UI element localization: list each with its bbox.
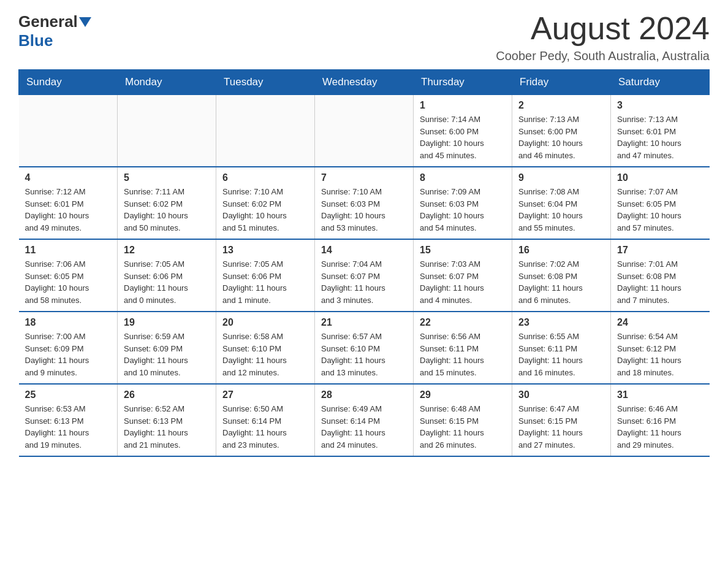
logo-blue-text: Blue	[18, 31, 53, 50]
calendar-cell: 11Sunrise: 7:06 AMSunset: 6:05 PMDayligh…	[19, 239, 118, 312]
week-row-5: 25Sunrise: 6:53 AMSunset: 6:13 PMDayligh…	[19, 384, 710, 456]
calendar-cell: 20Sunrise: 6:58 AMSunset: 6:10 PMDayligh…	[216, 312, 315, 384]
calendar-cell: 13Sunrise: 7:05 AMSunset: 6:06 PMDayligh…	[216, 239, 315, 312]
day-info: Sunrise: 6:57 AMSunset: 6:10 PMDaylight:…	[321, 331, 407, 378]
day-number: 17	[617, 245, 703, 256]
calendar-cell: 25Sunrise: 6:53 AMSunset: 6:13 PMDayligh…	[19, 384, 118, 456]
logo: General Blue	[18, 12, 93, 50]
day-info: Sunrise: 7:01 AMSunset: 6:08 PMDaylight:…	[617, 258, 703, 306]
day-info: Sunrise: 6:59 AMSunset: 6:09 PMDaylight:…	[124, 331, 210, 378]
calendar-table: SundayMondayTuesdayWednesdayThursdayFrid…	[18, 69, 710, 457]
location-subtitle: Coober Pedy, South Australia, Australia	[496, 49, 710, 63]
day-info: Sunrise: 6:46 AMSunset: 6:16 PMDaylight:…	[617, 403, 703, 451]
day-number: 27	[222, 389, 308, 400]
calendar-cell: 19Sunrise: 6:59 AMSunset: 6:09 PMDayligh…	[118, 312, 216, 384]
day-number: 14	[321, 245, 407, 256]
day-header-saturday: Saturday	[611, 70, 710, 95]
day-number: 11	[25, 245, 112, 256]
day-info: Sunrise: 7:13 AMSunset: 6:00 PMDaylight:…	[518, 113, 604, 161]
calendar-cell: 15Sunrise: 7:03 AMSunset: 6:07 PMDayligh…	[414, 239, 512, 312]
days-of-week-row: SundayMondayTuesdayWednesdayThursdayFrid…	[19, 70, 710, 95]
day-info: Sunrise: 6:55 AMSunset: 6:11 PMDaylight:…	[518, 331, 604, 378]
day-number: 29	[420, 389, 506, 400]
calendar-cell: 6Sunrise: 7:10 AMSunset: 6:02 PMDaylight…	[216, 167, 315, 239]
day-number: 23	[518, 317, 604, 328]
week-row-4: 18Sunrise: 7:00 AMSunset: 6:09 PMDayligh…	[19, 312, 710, 384]
day-number: 25	[25, 389, 112, 400]
week-row-2: 4Sunrise: 7:12 AMSunset: 6:01 PMDaylight…	[19, 167, 710, 239]
day-info: Sunrise: 7:03 AMSunset: 6:07 PMDaylight:…	[420, 258, 506, 306]
day-info: Sunrise: 6:48 AMSunset: 6:15 PMDaylight:…	[420, 403, 506, 451]
day-info: Sunrise: 7:05 AMSunset: 6:06 PMDaylight:…	[222, 258, 308, 306]
calendar-cell	[19, 95, 118, 167]
day-number: 20	[222, 317, 308, 328]
day-info: Sunrise: 6:56 AMSunset: 6:11 PMDaylight:…	[420, 331, 506, 378]
day-number: 28	[321, 389, 407, 400]
calendar-cell: 24Sunrise: 6:54 AMSunset: 6:12 PMDayligh…	[611, 312, 710, 384]
day-header-wednesday: Wednesday	[315, 70, 414, 95]
week-row-3: 11Sunrise: 7:06 AMSunset: 6:05 PMDayligh…	[19, 239, 710, 312]
day-number: 5	[124, 172, 210, 183]
day-header-monday: Monday	[118, 70, 216, 95]
day-info: Sunrise: 7:10 AMSunset: 6:02 PMDaylight:…	[222, 186, 308, 234]
calendar-cell: 27Sunrise: 6:50 AMSunset: 6:14 PMDayligh…	[216, 384, 315, 456]
day-info: Sunrise: 7:05 AMSunset: 6:06 PMDaylight:…	[124, 258, 210, 306]
calendar-cell: 23Sunrise: 6:55 AMSunset: 6:11 PMDayligh…	[512, 312, 611, 384]
title-area: August 2024 Coober Pedy, South Australia…	[496, 12, 710, 63]
day-number: 26	[124, 389, 210, 400]
day-header-thursday: Thursday	[414, 70, 512, 95]
month-title: August 2024	[496, 12, 710, 44]
day-number: 21	[321, 317, 407, 328]
calendar-cell: 2Sunrise: 7:13 AMSunset: 6:00 PMDaylight…	[512, 95, 611, 167]
logo-general-text: General	[18, 12, 78, 31]
calendar-cell: 21Sunrise: 6:57 AMSunset: 6:10 PMDayligh…	[315, 312, 414, 384]
day-number: 18	[25, 317, 112, 328]
day-info: Sunrise: 6:53 AMSunset: 6:13 PMDaylight:…	[25, 403, 112, 451]
day-info: Sunrise: 7:13 AMSunset: 6:01 PMDaylight:…	[617, 113, 703, 161]
calendar-cell: 26Sunrise: 6:52 AMSunset: 6:13 PMDayligh…	[118, 384, 216, 456]
day-info: Sunrise: 6:54 AMSunset: 6:12 PMDaylight:…	[617, 331, 703, 378]
calendar-cell: 5Sunrise: 7:11 AMSunset: 6:02 PMDaylight…	[118, 167, 216, 239]
calendar-cell: 28Sunrise: 6:49 AMSunset: 6:14 PMDayligh…	[315, 384, 414, 456]
day-number: 10	[617, 172, 703, 183]
logo-triangle-icon	[79, 17, 91, 27]
day-info: Sunrise: 6:50 AMSunset: 6:14 PMDaylight:…	[222, 403, 308, 451]
day-number: 1	[420, 100, 506, 111]
day-number: 13	[222, 245, 308, 256]
calendar-cell: 1Sunrise: 7:14 AMSunset: 6:00 PMDaylight…	[414, 95, 512, 167]
calendar-cell: 10Sunrise: 7:07 AMSunset: 6:05 PMDayligh…	[611, 167, 710, 239]
calendar-cell: 29Sunrise: 6:48 AMSunset: 6:15 PMDayligh…	[414, 384, 512, 456]
calendar-cell: 30Sunrise: 6:47 AMSunset: 6:15 PMDayligh…	[512, 384, 611, 456]
day-number: 19	[124, 317, 210, 328]
day-number: 12	[124, 245, 210, 256]
day-info: Sunrise: 7:12 AMSunset: 6:01 PMDaylight:…	[25, 186, 112, 234]
day-info: Sunrise: 7:14 AMSunset: 6:00 PMDaylight:…	[420, 113, 506, 161]
calendar-cell	[118, 95, 216, 167]
day-info: Sunrise: 7:11 AMSunset: 6:02 PMDaylight:…	[124, 186, 210, 234]
calendar-cell: 3Sunrise: 7:13 AMSunset: 6:01 PMDaylight…	[611, 95, 710, 167]
day-number: 9	[518, 172, 604, 183]
day-info: Sunrise: 7:06 AMSunset: 6:05 PMDaylight:…	[25, 258, 112, 306]
day-number: 30	[518, 389, 604, 400]
day-info: Sunrise: 7:09 AMSunset: 6:03 PMDaylight:…	[420, 186, 506, 234]
day-number: 2	[518, 100, 604, 111]
calendar-cell: 4Sunrise: 7:12 AMSunset: 6:01 PMDaylight…	[19, 167, 118, 239]
day-number: 3	[617, 100, 703, 111]
calendar-cell: 22Sunrise: 6:56 AMSunset: 6:11 PMDayligh…	[414, 312, 512, 384]
day-number: 4	[25, 172, 112, 183]
calendar-cell: 31Sunrise: 6:46 AMSunset: 6:16 PMDayligh…	[611, 384, 710, 456]
week-row-1: 1Sunrise: 7:14 AMSunset: 6:00 PMDaylight…	[19, 95, 710, 167]
calendar-cell: 7Sunrise: 7:10 AMSunset: 6:03 PMDaylight…	[315, 167, 414, 239]
day-number: 6	[222, 172, 308, 183]
day-info: Sunrise: 7:04 AMSunset: 6:07 PMDaylight:…	[321, 258, 407, 306]
day-info: Sunrise: 7:08 AMSunset: 6:04 PMDaylight:…	[518, 186, 604, 234]
calendar-cell: 12Sunrise: 7:05 AMSunset: 6:06 PMDayligh…	[118, 239, 216, 312]
calendar-body: 1Sunrise: 7:14 AMSunset: 6:00 PMDaylight…	[19, 95, 710, 457]
day-number: 31	[617, 389, 703, 400]
day-info: Sunrise: 7:00 AMSunset: 6:09 PMDaylight:…	[25, 331, 112, 378]
day-number: 22	[420, 317, 506, 328]
day-info: Sunrise: 6:52 AMSunset: 6:13 PMDaylight:…	[124, 403, 210, 451]
day-header-tuesday: Tuesday	[216, 70, 315, 95]
calendar-header: SundayMondayTuesdayWednesdayThursdayFrid…	[19, 70, 710, 95]
day-number: 24	[617, 317, 703, 328]
